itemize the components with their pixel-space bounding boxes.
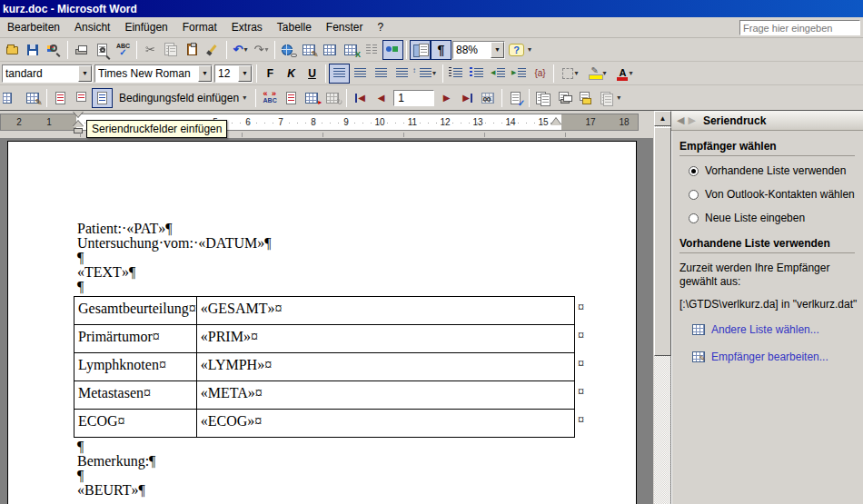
check-errors-button[interactable]: ✓ xyxy=(505,88,526,108)
edit-recipients-link[interactable]: Empfänger bearbeiten... xyxy=(711,351,828,363)
radio-outlook-contacts[interactable]: Von Outlook-Kontakten wählen xyxy=(689,188,855,201)
borders-button[interactable]: ▾ xyxy=(557,64,584,84)
spelling-button[interactable]: ABC✓ xyxy=(113,40,134,60)
highlight-button[interactable]: ▾ xyxy=(584,64,611,84)
doc-line[interactable]: ¶ xyxy=(77,440,622,454)
table-cell-field[interactable]: «LYMPH»¤ xyxy=(196,353,574,381)
match-fields-button[interactable]: ▸ xyxy=(302,88,322,108)
table-cell-label[interactable]: ECOG¤ xyxy=(74,410,197,438)
doc-line[interactable]: ¶ xyxy=(77,251,622,265)
insert-excel-button[interactable]: X xyxy=(341,40,362,60)
table-cell-field[interactable]: «GESAMT»¤ xyxy=(196,297,574,325)
table-cell-label[interactable]: Lymphknoten¤ xyxy=(74,353,197,381)
menu-fenster[interactable]: Fenster xyxy=(319,18,371,36)
menu-einfuegen[interactable]: Einfügen xyxy=(117,18,174,36)
help-button[interactable]: ? xyxy=(506,40,527,60)
search-button[interactable] xyxy=(44,40,64,60)
next-record-button[interactable]: ▶ xyxy=(436,88,457,108)
menu-tabelle[interactable]: Tabelle xyxy=(270,18,319,36)
back-arrow-icon[interactable]: ◀ xyxy=(677,114,684,126)
insert-table-button[interactable] xyxy=(320,40,341,60)
menu-bearbeiten[interactable]: Bearbeiten xyxy=(0,18,67,36)
merge-to-fax-button[interactable] xyxy=(595,88,616,108)
doc-line[interactable]: Untersuchung·vom:·«DATUM»¶ xyxy=(77,236,622,251)
font-dropdown-arrow[interactable]: ▼ xyxy=(198,65,212,82)
scroll-up-button[interactable]: ▲ xyxy=(654,111,671,126)
tables-borders-button[interactable]: ✎ xyxy=(299,40,320,60)
print-preview-button[interactable] xyxy=(92,40,113,60)
size-combo[interactable]: 12 ▼ xyxy=(214,64,253,83)
bold-button[interactable]: F xyxy=(260,64,281,84)
select-other-list-row[interactable]: Andere Liste wählen... xyxy=(692,323,855,336)
columns-button[interactable] xyxy=(362,40,382,60)
indent-markers[interactable] xyxy=(73,111,84,134)
paste-button[interactable] xyxy=(182,40,203,60)
doc-line[interactable]: Patient:·«PAT»¶ xyxy=(77,222,622,236)
merge-to-printer-button[interactable] xyxy=(553,88,574,108)
find-recipient-button[interactable]: ∞ xyxy=(478,88,499,108)
table-cell-label[interactable]: Metastasen¤ xyxy=(74,381,197,410)
first-line-indent-marker[interactable] xyxy=(73,111,84,117)
previous-record-button[interactable]: ◀ xyxy=(371,88,392,108)
main-document-setup-button[interactable] xyxy=(2,88,23,108)
drawing-button[interactable] xyxy=(382,40,403,60)
insert-address-block-button[interactable] xyxy=(50,88,71,108)
menu-ansicht[interactable]: Ansicht xyxy=(67,18,117,36)
size-dropdown-arrow[interactable]: ▼ xyxy=(238,65,252,82)
format-painter-button[interactable] xyxy=(203,40,223,60)
table-cell-label[interactable]: Primärtumor¤ xyxy=(74,325,197,353)
numbered-list-button[interactable] xyxy=(446,64,467,84)
zoom-combo[interactable]: 88% ▼ xyxy=(452,41,505,59)
increase-indent-button[interactable]: ▶ xyxy=(509,64,530,84)
font-color-button[interactable]: A▾ xyxy=(611,64,639,84)
menu-hilfe[interactable]: ? xyxy=(371,18,392,36)
document-page[interactable]: Patient:·«PAT»¶ Untersuchung·vom:·«DATUM… xyxy=(7,141,637,504)
radio-new-list[interactable]: Neue Liste eingeben xyxy=(689,212,855,224)
align-right-button[interactable] xyxy=(371,64,392,84)
insert-merge-fields-button[interactable] xyxy=(92,88,113,108)
show-paragraph-marks-button[interactable]: ¶ xyxy=(431,40,451,60)
print-button[interactable] xyxy=(71,40,92,60)
align-center-button[interactable] xyxy=(350,64,371,84)
last-record-button[interactable]: ▶ xyxy=(457,88,478,108)
menu-extras[interactable]: Extras xyxy=(224,18,270,36)
style-combo[interactable]: tandard ▼ xyxy=(2,64,93,83)
propagate-labels-button[interactable]: ↻ xyxy=(322,88,343,108)
style-dropdown-arrow[interactable]: ▼ xyxy=(78,65,92,82)
table-cell-field[interactable]: «ECOG»¤ xyxy=(196,410,574,438)
insert-condition-field-button[interactable]: Bedingungsfeld einfügen ▾ xyxy=(113,88,253,108)
highlight-merge-fields-button[interactable] xyxy=(281,88,302,108)
cut-button[interactable]: ✂ xyxy=(140,40,161,60)
table-cell-field[interactable]: «META»¤ xyxy=(196,381,574,410)
radio-existing-list[interactable]: Vorhandene Liste verwenden xyxy=(689,164,855,177)
doc-line[interactable]: ¶ xyxy=(77,280,622,294)
toolbar-options-arrow[interactable]: ▾ xyxy=(617,94,620,102)
underline-button[interactable]: U xyxy=(302,64,322,84)
italic-button[interactable]: K xyxy=(281,64,302,84)
open-button[interactable] xyxy=(2,40,23,60)
radio-button-icon[interactable] xyxy=(689,166,699,176)
toolbar-options-arrow[interactable]: ▾ xyxy=(528,45,531,54)
doc-line[interactable]: «TEXT»¶ xyxy=(77,265,622,280)
save-button[interactable] xyxy=(23,40,44,60)
font-combo[interactable]: Times New Roman ▼ xyxy=(94,64,213,83)
radio-button-icon[interactable] xyxy=(689,213,699,223)
decrease-indent-button[interactable]: ◀ xyxy=(488,64,509,84)
align-left-button[interactable] xyxy=(329,64,350,84)
question-input[interactable] xyxy=(739,20,860,35)
edit-recipients-row[interactable]: ✎ Empfänger bearbeiten... xyxy=(692,351,855,363)
hanging-indent-marker[interactable] xyxy=(73,121,84,127)
select-other-list-link[interactable]: Andere Liste wählen... xyxy=(711,323,819,336)
view-merged-data-button[interactable]: « »ABC xyxy=(259,88,281,108)
first-record-button[interactable]: ◀ xyxy=(350,88,371,108)
line-spacing-button[interactable]: ↕▾ xyxy=(412,64,440,84)
bullet-list-button[interactable] xyxy=(467,64,488,84)
merge-to-document-button[interactable] xyxy=(532,88,553,108)
redo-button[interactable]: ↷▾ xyxy=(251,40,272,60)
record-number-field[interactable]: 1 xyxy=(393,90,434,106)
vertical-scrollbar[interactable]: ▲ xyxy=(653,111,670,504)
document-map-button[interactable] xyxy=(410,40,431,60)
enclose-characters-button[interactable]: {a} xyxy=(530,64,551,84)
merge-to-email-button[interactable] xyxy=(574,88,595,108)
insert-hyperlink-button[interactable] xyxy=(278,40,299,60)
